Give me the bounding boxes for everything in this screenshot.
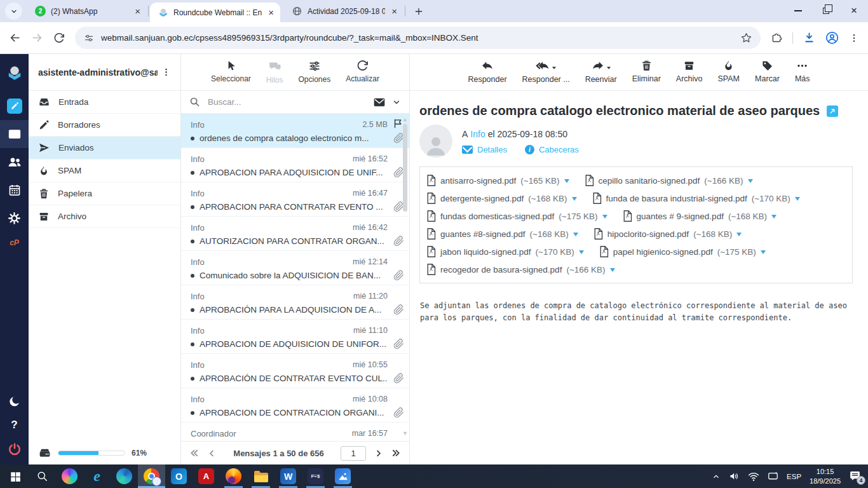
attachment-menu-caret-icon[interactable]: [610, 268, 615, 274]
settings-nav-button[interactable]: [0, 204, 29, 232]
reload-button[interactable]: [53, 32, 65, 44]
delete-button[interactable]: Eliminar: [632, 60, 661, 83]
back-button[interactable]: [9, 32, 21, 44]
message-row[interactable]: Infomié 10:55 APROBACIÓN DE CONTRATAR EV…: [181, 354, 409, 388]
next-page-button[interactable]: [374, 449, 383, 458]
folder-item-entrada[interactable]: Entrada: [29, 91, 180, 114]
folder-item-papelera[interactable]: Papelera: [29, 182, 180, 205]
account-menu-kebab-icon[interactable]: [161, 67, 171, 77]
notification-center-icon[interactable]: 4: [849, 471, 862, 482]
forward-button[interactable]: [31, 32, 43, 44]
attachment[interactable]: antisarro-signed.pdf(~165 KB): [426, 172, 569, 189]
firefox-icon[interactable]: [220, 464, 247, 488]
tab-search-button[interactable]: [5, 3, 22, 20]
tab-close-icon[interactable]: ×: [267, 7, 275, 18]
more-button[interactable]: Más: [795, 60, 810, 83]
search-options-chevron-icon[interactable]: [392, 98, 401, 107]
prev-page-button[interactable]: [207, 449, 217, 458]
archive-button[interactable]: Archivo: [676, 60, 703, 83]
folder-item-archivo[interactable]: Archivo: [29, 205, 180, 228]
search-scope-mail-icon[interactable]: [373, 96, 386, 109]
attachment[interactable]: guantes # 9-signed.pdf(~168 KB): [623, 207, 777, 225]
attachment-menu-caret-icon[interactable]: [748, 179, 753, 186]
outlook-icon[interactable]: O: [165, 464, 193, 488]
threads-button[interactable]: Hilos: [266, 60, 283, 85]
tab-close-icon[interactable]: ×: [390, 6, 398, 17]
hidden-icons-chevron-icon[interactable]: [712, 472, 721, 481]
message-row[interactable]: Infomié 16:47 APROBACION PARA CONTRATAR …: [181, 182, 409, 217]
open-in-new-window-icon[interactable]: [827, 105, 838, 117]
volume-icon[interactable]: [729, 471, 740, 482]
mark-button[interactable]: Marcar: [755, 60, 780, 83]
address-bar[interactable]: webmail.sanjuan.gob.ec/cpsess4895969315/…: [75, 27, 761, 49]
search-input[interactable]: [207, 97, 367, 107]
message-row-selected[interactable]: Info2.5 MB ordenes de compra catalogo el…: [181, 114, 409, 148]
last-page-button[interactable]: [391, 448, 401, 458]
browser-menu-kebab-icon[interactable]: [849, 33, 859, 43]
scrollbar-thumb[interactable]: [403, 124, 407, 212]
attachment-menu-caret-icon[interactable]: [736, 233, 742, 239]
message-row[interactable]: Infomié 11:20 APROBACIÓN PARA LA ADQUISI…: [181, 285, 409, 320]
browser-tab-actividad[interactable]: Actividad 2025-09-18 08:00:00 ×: [284, 1, 403, 22]
reply-all-button[interactable]: Responder ...: [522, 60, 570, 84]
window-minimize-button[interactable]: [784, 0, 812, 22]
refresh-button[interactable]: Actualizar: [346, 60, 379, 83]
taskbar-clock[interactable]: 10:15 18/9/2025: [810, 467, 841, 485]
spam-button[interactable]: SPAM: [718, 60, 740, 83]
message-row[interactable]: Coordinadormar 16:57: [181, 423, 409, 441]
browser-tab-whatsapp[interactable]: 2 (2) WhatsApp ×: [27, 1, 147, 22]
fes-app-icon[interactable]: F≡$: [302, 464, 329, 488]
list-options-button[interactable]: Opciones: [298, 60, 330, 84]
new-tab-button[interactable]: [409, 2, 428, 21]
word-icon[interactable]: W: [275, 464, 302, 488]
attachment[interactable]: cepillo sanitario-signed.pdf(~166 KB): [585, 172, 753, 189]
acrobat-icon[interactable]: A: [193, 464, 220, 488]
browser-tab-roundcube-active[interactable]: Roundcube Webmail :: Enviados ×: [150, 3, 280, 22]
attachment-menu-caret-icon[interactable]: [573, 233, 578, 239]
scroll-up-icon[interactable]: ▲: [402, 116, 408, 123]
attachment-menu-caret-icon[interactable]: [795, 197, 800, 203]
tab-close-icon[interactable]: ×: [133, 6, 142, 17]
first-page-button[interactable]: [189, 448, 200, 458]
attachment[interactable]: fundas domesticas-signed.pdf(~175 KB): [426, 207, 607, 225]
profile-avatar-icon[interactable]: [825, 31, 839, 44]
attachment-menu-caret-icon[interactable]: [572, 197, 577, 203]
help-button[interactable]: ?: [0, 414, 29, 437]
dropdown-caret-icon[interactable]: [607, 67, 611, 71]
attachment[interactable]: guantes #8-signed.pdf(~168 KB): [426, 225, 578, 243]
forward-button[interactable]: Reenviar: [585, 60, 617, 84]
bookmark-star-icon[interactable]: [741, 32, 752, 43]
page-number-input[interactable]: [341, 446, 366, 461]
folder-item-enviados-selected[interactable]: Enviados: [29, 137, 180, 159]
select-button[interactable]: Seleccionar: [211, 60, 251, 83]
extensions-icon[interactable]: [771, 32, 782, 44]
attachment-menu-caret-icon[interactable]: [564, 179, 569, 186]
attachment[interactable]: papel higienico-signed.pdf(~175 KB): [599, 243, 766, 261]
mail-nav-button[interactable]: [0, 120, 29, 148]
cpanel-icon[interactable]: cP: [0, 232, 29, 254]
attachment[interactable]: funda de basura industrial-signed.pdf(~1…: [592, 189, 800, 207]
message-row[interactable]: Infomié 16:42 AUTORIZACION PARA CONTRATA…: [181, 217, 409, 251]
attachment-menu-caret-icon[interactable]: [602, 215, 607, 221]
wifi-icon[interactable]: [748, 471, 759, 482]
attachment[interactable]: recogedor de basura-signed.pdf(~166 KB): [426, 261, 615, 278]
copilot-icon[interactable]: [56, 464, 83, 488]
reply-button[interactable]: Responder: [468, 60, 506, 84]
internet-explorer-icon[interactable]: e: [83, 464, 111, 488]
taskbar-search-icon[interactable]: [29, 464, 56, 488]
dark-mode-moon-icon[interactable]: [0, 390, 29, 414]
chrome-icon-active[interactable]: [138, 464, 165, 488]
attachment[interactable]: hipoclorito-signed.pdf(~168 KB): [593, 225, 742, 243]
details-toggle[interactable]: Detalles: [462, 145, 507, 154]
display-connect-icon[interactable]: [768, 471, 778, 481]
message-row[interactable]: Infomié 16:52 APROBACION PARA ADQUISICIO…: [181, 148, 409, 182]
recipient-link[interactable]: Info: [470, 129, 485, 139]
compose-button[interactable]: [0, 92, 29, 120]
message-row[interactable]: Infomié 11:10 APROBACION DE ADQUISICION …: [181, 320, 409, 354]
site-settings-icon[interactable]: [84, 33, 94, 43]
message-row[interactable]: Infomié 10:08 APROBACION DE CONTRATACION…: [181, 388, 409, 423]
window-restore-button[interactable]: [812, 0, 840, 22]
list-scrollbar[interactable]: ▲ ▼: [402, 115, 408, 441]
attachment[interactable]: detergente-signed.pdf(~168 KB): [426, 189, 577, 207]
downloads-icon[interactable]: [803, 32, 815, 44]
